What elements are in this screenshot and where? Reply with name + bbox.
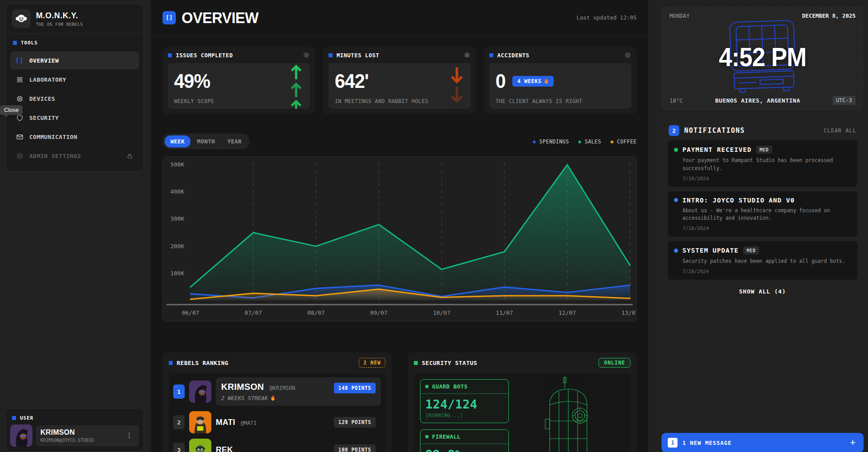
notification-title: PAYMENT RECEIVED	[682, 146, 752, 153]
rank-number: 1	[173, 385, 185, 399]
guard-bots-box: GUARD BOTS 124/124 [RUNNING...]	[420, 379, 509, 423]
sidebar-item-devices[interactable]: DEVICES	[10, 90, 139, 107]
sidebar-item-overview[interactable]: [] OVERVIEW	[10, 52, 139, 69]
status-dot	[674, 148, 678, 152]
tab-year[interactable]: YEAR	[222, 135, 247, 147]
app-logo: M.O.N.K.Y. THE OS FOR REBELS	[6, 4, 143, 34]
security-body: GUARD BOTS 124/124 [RUNNING...] FIREWALL…	[414, 373, 630, 452]
points-badge: 129 POINTS	[334, 417, 376, 428]
blue-square-bullet	[12, 416, 16, 420]
stat-value: 49%	[174, 71, 304, 91]
brackets-icon: []	[16, 56, 24, 64]
svg-text:200K: 200K	[170, 243, 184, 250]
plus-icon[interactable]: +	[848, 438, 857, 448]
notification-date: 7/10/2024	[682, 226, 851, 231]
priority-badge: MED	[756, 146, 772, 154]
blue-square-bullet	[489, 53, 493, 57]
svg-text:13/07: 13/07	[621, 309, 636, 316]
clear-all-button[interactable]: CLEAR ALL	[824, 127, 856, 134]
blue-square-bullet	[169, 361, 173, 365]
priority-badge: MED	[743, 246, 759, 254]
notification-body: Your payment to Rampant Studio has been …	[682, 157, 851, 173]
notification-date: 7/10/2024	[682, 176, 851, 182]
sidebar-item-security[interactable]: SECURITY	[10, 109, 139, 127]
stat-settings-sun-icon[interactable]	[624, 52, 631, 59]
rank-number: 3	[173, 443, 185, 452]
svg-text:07/07: 07/07	[245, 309, 262, 316]
avatar	[189, 439, 211, 452]
rebel-name: KRIMSON	[221, 381, 264, 392]
flame-icon	[270, 395, 275, 401]
svg-text:10/07: 10/07	[433, 309, 450, 316]
clock-day: MONDAY	[670, 12, 690, 19]
area-chart[interactable]: 100K200K300K400K500K06/0707/0708/0709/07…	[163, 156, 637, 321]
notification-body: Security patches have been applied to al…	[682, 258, 851, 266]
last-updated: Last updated 12:05	[577, 14, 637, 21]
page-title: OVERVIEW	[182, 8, 258, 27]
diamond-icon: ◆	[610, 139, 614, 144]
location: BUENOS AIRES, ARGENTINA	[683, 97, 832, 104]
stat-caption: IN MEETINGS AND RABBIT HOLES	[335, 98, 428, 104]
user-card: KRIMSON KRIMSON@JOYCO.STUDIO ⋮	[36, 425, 139, 446]
rank-number: 2	[173, 415, 185, 429]
stat-settings-gear-icon[interactable]	[303, 52, 310, 59]
stat-settings-chip-icon[interactable]	[464, 52, 471, 59]
legend-sales[interactable]: ◆ SALES	[578, 139, 601, 145]
diamond-icon: ◆	[533, 139, 536, 144]
notification-item[interactable]: SYSTEM UPDATE MED Security patches have …	[668, 241, 857, 280]
notification-title: SYSTEM UPDATE	[682, 247, 739, 254]
stats-row: ISSUES COMPLETED 49% WEEKLY SCOPE	[163, 47, 637, 114]
tools-section-label: TOOLS	[6, 34, 143, 49]
firewall-value: 99.9%	[420, 444, 508, 452]
message-label: 1 NEW MESSAGE	[682, 440, 732, 446]
app-title: M.O.N.K.Y.	[36, 11, 83, 20]
svg-text:100K: 100K	[170, 270, 184, 277]
new-message-bar[interactable]: 1 1 NEW MESSAGE +	[662, 433, 864, 452]
app-subtitle: THE OS FOR REBELS	[36, 22, 83, 27]
tab-month[interactable]: MONTH	[191, 135, 221, 147]
notification-body: About us - We're a healthcare company fo…	[682, 207, 851, 223]
notification-item[interactable]: PAYMENT RECEIVED MED Your payment to Ram…	[668, 140, 857, 187]
security-status-card: SECURITY STATUS ONLINE GUARD BOTS 124/12…	[408, 353, 637, 452]
stat-value: 0	[495, 71, 505, 91]
ranking-title: REBELS RANKING	[177, 360, 229, 366]
clock-date: DECEMBER 8, 2025	[802, 12, 856, 19]
world-clock-panel: MONDAY DECEMBER 8, 2025 4:52 PM 18°C BUE…	[662, 6, 864, 110]
show-all-button[interactable]: SHOW ALL (4)	[668, 284, 857, 300]
legend-coffee[interactable]: ◆ COFFEE	[610, 139, 637, 145]
svg-text:06/07: 06/07	[182, 309, 199, 316]
legend-spendings[interactable]: ◆ SPENDINGS	[533, 139, 569, 145]
lock-icon	[126, 152, 134, 160]
blue-square-bullet	[168, 53, 172, 57]
ranking-row-3[interactable]: 3 REK 108 POINTS	[173, 439, 381, 452]
sidebar-item-communication[interactable]: COMMUNICATION	[10, 128, 139, 146]
ranking-row-2[interactable]: 2 MATI @MATI 12	[173, 411, 381, 433]
notification-count-badge: 2	[669, 125, 679, 136]
user-menu-dots-icon[interactable]: ⋮	[124, 431, 135, 440]
stat-title: ISSUES COMPLETED	[176, 52, 233, 59]
main-header: [] OVERVIEW Last updated 12:05	[151, 0, 648, 36]
sidebar-item-admin-settings[interactable]: ADMIN SETTINGS	[10, 147, 139, 165]
user-avatar	[10, 424, 32, 447]
green-square-bullet	[414, 361, 418, 365]
ranking-row-1[interactable]: 1 KRIMSON @KRIMSON	[173, 377, 381, 406]
chip-icon	[16, 95, 24, 103]
svg-text:12/07: 12/07	[559, 309, 576, 316]
diamond-icon: ◆	[578, 139, 582, 144]
stat-title: ACCIDENTS	[497, 52, 529, 59]
stat-card-issues: ISSUES COMPLETED 49% WEEKLY SCOPE	[163, 47, 315, 114]
user-section-label: USER	[10, 412, 139, 424]
stat-card-minutes: MINUTES LOST 642' IN MEETINGS AND RABBIT…	[323, 47, 476, 114]
gear-icon	[16, 152, 24, 160]
stat-caption: WEEKLY SCOPE	[174, 98, 214, 104]
notification-title: INTRO: JOYCO STUDIO AND V0	[682, 197, 795, 204]
clock-time: 4:52 PM	[719, 42, 806, 72]
avatar	[189, 381, 211, 403]
sidebar-item-laboratory[interactable]: LABORATORY	[10, 71, 139, 88]
streak-badge: 4 WEEKS	[512, 76, 554, 87]
notification-item[interactable]: INTRO: JOYCO STUDIO AND V0 About us - We…	[668, 191, 857, 237]
guard-bots-value: 124/124	[420, 394, 508, 412]
blue-square-bullet	[13, 41, 17, 45]
monkey-logo-icon	[12, 9, 31, 28]
tab-week[interactable]: WEEK	[165, 135, 190, 147]
